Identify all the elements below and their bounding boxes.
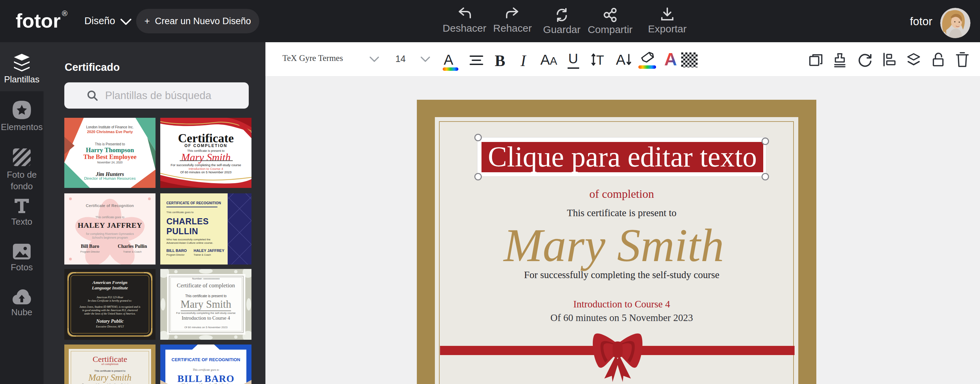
svg-text:A: A	[616, 52, 625, 67]
svg-text:T: T	[596, 53, 604, 67]
svg-text:A: A	[664, 51, 677, 68]
